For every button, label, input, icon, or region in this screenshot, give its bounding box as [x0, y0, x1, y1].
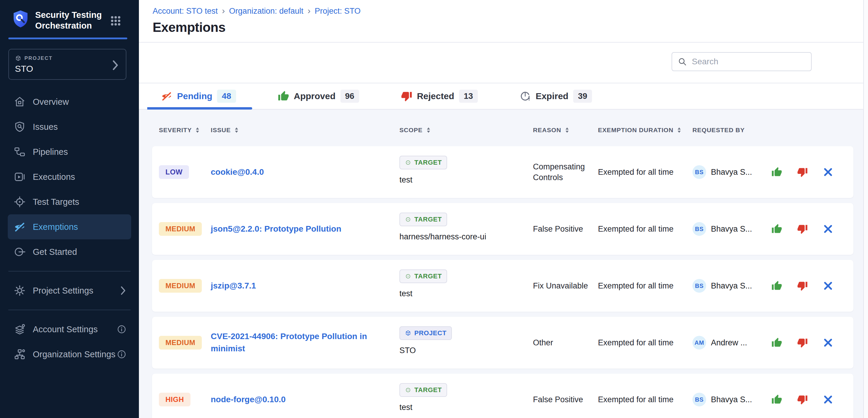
- table-row[interactable]: LOW cookie@0.4.0 TARGET test Compensatin…: [152, 146, 854, 198]
- tab-label: Approved: [294, 91, 336, 101]
- sort-icon[interactable]: [677, 127, 681, 133]
- cancel-button[interactable]: [823, 167, 833, 177]
- scope-badge: PROJECT: [399, 326, 452, 340]
- reject-button[interactable]: [797, 337, 808, 348]
- status-tabs: Pending 48 Approved 96 Rejected 13 Expir…: [139, 83, 868, 110]
- cancel-button[interactable]: [823, 394, 833, 405]
- sidebar-item-issues[interactable]: Issues: [8, 114, 131, 139]
- table-row[interactable]: MEDIUM CVE-2021-44906: Prototype Polluti…: [152, 317, 854, 369]
- reason-cell: Other: [533, 337, 591, 348]
- sidebar-item-label: Overview: [33, 97, 69, 107]
- issue-link[interactable]: json5@2.2.0: Prototype Pollution: [211, 224, 341, 234]
- severity-badge: LOW: [159, 165, 189, 179]
- chevron-right-icon: [112, 60, 119, 70]
- reject-button[interactable]: [797, 394, 808, 405]
- sidebar-item-organization-settings[interactable]: Organization Settings: [8, 342, 131, 367]
- scope-cell: PROJECT STO: [399, 317, 533, 369]
- issue-link[interactable]: CVE-2021-44906: Prototype Pollution in m…: [211, 332, 367, 353]
- thumb-down-icon: [401, 91, 412, 102]
- column-requested-by: REQUESTED BY: [692, 127, 766, 134]
- row-actions: [766, 337, 854, 348]
- cancel-button[interactable]: [823, 337, 833, 348]
- sort-icon[interactable]: [565, 127, 569, 133]
- scope-name: test: [399, 403, 412, 412]
- sidebar-divider: [8, 271, 130, 272]
- project-selector[interactable]: PROJECT STO: [8, 49, 126, 80]
- reject-button[interactable]: [797, 223, 808, 234]
- breadcrumb-account[interactable]: Account: STO test: [153, 6, 218, 16]
- issue-link[interactable]: node-forge@0.10.0: [211, 395, 285, 404]
- app-header: Security Testing Orchestration: [0, 0, 139, 31]
- requested-by-cell: BS Bhavya S...: [692, 279, 766, 293]
- reason-cell: False Positive: [533, 394, 591, 405]
- column-scope: SCOPE: [399, 127, 533, 134]
- approve-button[interactable]: [771, 223, 782, 234]
- issue-link[interactable]: cookie@0.4.0: [211, 167, 264, 177]
- breadcrumb-project[interactable]: Project: STO: [315, 6, 361, 16]
- row-actions: [766, 394, 854, 405]
- sidebar-item-executions[interactable]: Executions: [8, 164, 131, 189]
- avatar: BS: [692, 222, 706, 236]
- reject-button[interactable]: [797, 167, 808, 177]
- sidebar-nav: Overview Issues Pipelines Executions Tes…: [0, 89, 139, 367]
- requested-by-cell: AM Andrew ...: [692, 336, 766, 350]
- info-icon[interactable]: [117, 350, 126, 359]
- sidebar: Security Testing Orchestration PROJECT S…: [0, 0, 139, 418]
- sort-icon[interactable]: [195, 127, 200, 133]
- approve-button[interactable]: [771, 167, 782, 177]
- page-header: Account: STO test › Organization: defaul…: [139, 0, 868, 42]
- sidebar-item-overview[interactable]: Overview: [8, 89, 131, 114]
- table-row[interactable]: HIGH node-forge@0.10.0 TARGET test False…: [152, 374, 854, 418]
- tab-count-badge: 13: [459, 90, 478, 103]
- duration-cell: Exempted for all time: [598, 395, 692, 404]
- avatar: BS: [692, 393, 706, 407]
- approve-button[interactable]: [771, 280, 782, 291]
- info-icon[interactable]: [117, 324, 126, 334]
- tab-expired[interactable]: Expired 39: [520, 90, 592, 103]
- avatar: BS: [692, 165, 706, 179]
- sidebar-item-account-settings[interactable]: Account Settings: [8, 317, 131, 342]
- sidebar-item-get-started[interactable]: Get Started: [8, 239, 131, 265]
- scope-name: STO: [399, 346, 416, 355]
- sidebar-item-test-targets[interactable]: Test Targets: [8, 189, 131, 214]
- scope-badge: TARGET: [399, 270, 447, 283]
- project-badge-icon: [405, 330, 411, 337]
- toolbar: [139, 42, 868, 83]
- tab-approved[interactable]: Approved 96: [278, 90, 359, 103]
- app-logo-shield-icon: [11, 9, 30, 29]
- table-row[interactable]: MEDIUM json5@2.2.0: Prototype Pollution …: [152, 203, 854, 255]
- sort-icon[interactable]: [234, 127, 239, 133]
- tab-rejected[interactable]: Rejected 13: [401, 90, 478, 103]
- apps-grid-icon[interactable]: [110, 15, 122, 27]
- requested-by-cell: BS Bhavya S...: [692, 165, 766, 179]
- search-box: [672, 52, 812, 71]
- cancel-button[interactable]: [823, 223, 833, 234]
- sidebar-item-exemptions[interactable]: Exemptions: [8, 214, 131, 239]
- table-row[interactable]: MEDIUM jszip@3.7.1 TARGET test Fix Unava…: [152, 260, 854, 312]
- issue-link[interactable]: jszip@3.7.1: [211, 281, 256, 290]
- sort-icon[interactable]: [426, 127, 431, 133]
- home-icon: [14, 96, 26, 108]
- tab-pending[interactable]: Pending 48: [161, 90, 236, 103]
- sidebar-item-project-settings[interactable]: Project Settings: [8, 278, 131, 303]
- exemptions-table: SEVERITY ISSUE SCOPE REASON EXEMPTION DU…: [139, 110, 868, 418]
- scrollbar[interactable]: [863, 0, 868, 418]
- scope-badge: TARGET: [399, 383, 447, 397]
- approve-button[interactable]: [771, 337, 782, 348]
- breadcrumb-organization[interactable]: Organization: default: [229, 6, 304, 16]
- target-badge-icon: [405, 216, 411, 223]
- duration-cell: Exempted for all time: [598, 168, 692, 177]
- cancel-button[interactable]: [823, 280, 833, 291]
- sidebar-item-label: Account Settings: [33, 324, 98, 334]
- column-reason: REASON: [533, 127, 598, 134]
- approve-button[interactable]: [771, 394, 782, 405]
- search-input[interactable]: [691, 57, 806, 67]
- sidebar-item-pipelines[interactable]: Pipelines: [8, 139, 131, 164]
- module-accent-bar: [8, 37, 127, 39]
- tab-count-badge: 39: [573, 90, 592, 103]
- active-tab-indicator: [147, 107, 252, 110]
- column-issue: ISSUE: [211, 127, 399, 134]
- reject-button[interactable]: [797, 280, 808, 291]
- executions-icon: [14, 171, 26, 183]
- tab-label: Expired: [536, 91, 568, 101]
